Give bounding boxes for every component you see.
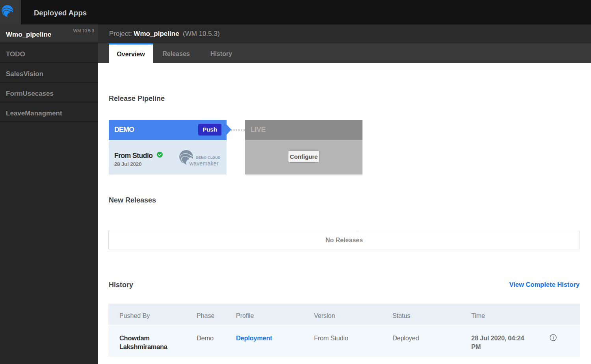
svg-text:DEMO CLOUD: DEMO CLOUD: [196, 156, 221, 160]
svg-text:wavemaker: wavemaker: [189, 160, 219, 166]
